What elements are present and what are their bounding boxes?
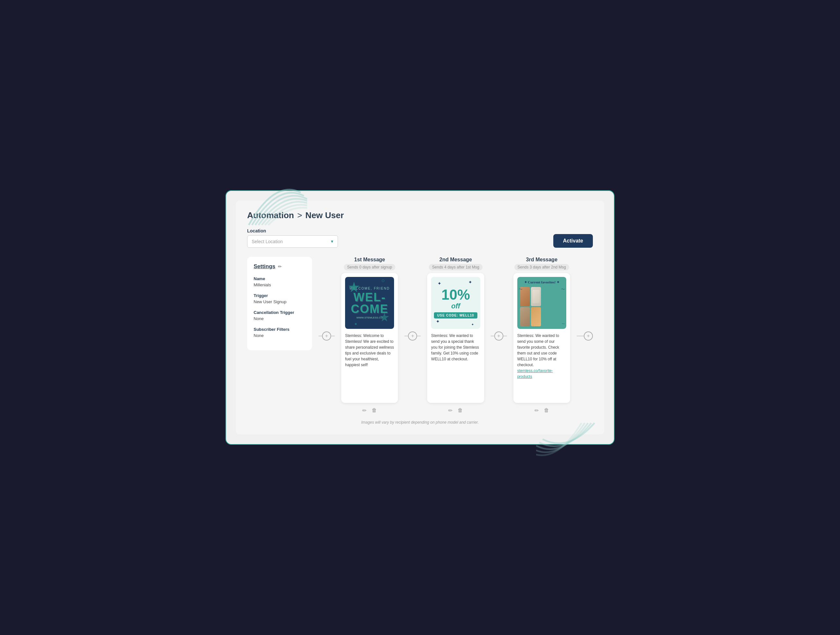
message-subtitle-3: Sends 3 days after 2nd Msg (515, 264, 569, 271)
message-actions-3: ✏ 🗑 (534, 407, 549, 413)
delete-message-1-button[interactable]: 🗑 (372, 407, 377, 413)
cancellation-trigger-label: Cancellation Trigger (254, 310, 306, 315)
squiggle-left: 〜 (519, 287, 523, 292)
msg2-to-msg3-connector: + (491, 331, 507, 340)
welcome-big-text: WEL-COME (349, 291, 390, 315)
location-select[interactable] (247, 235, 338, 248)
message-title-3: 3rd Message (515, 257, 569, 263)
msg1-to-msg2-connector: + (404, 331, 421, 340)
footer-note: Images will vary by recipient depending … (247, 420, 593, 424)
breadcrumb-automation: Automation (247, 211, 294, 220)
message-text-3: Stemless: We wanted to send you some of … (517, 333, 566, 399)
sparkle-br: ✦ (471, 323, 474, 326)
discount-number-row: 10% (441, 288, 470, 302)
browser-window: Automation > New User Location ▼ Select … (226, 190, 614, 445)
settings-header: Settings ✏ (254, 263, 306, 270)
connector-line-2l (404, 336, 408, 336)
connector-line-right (331, 336, 335, 336)
message-title-2: 2nd Message (429, 257, 482, 263)
select-wrapper: ▼ Select Location (247, 235, 338, 248)
settings-field-cancellation: Cancellation Trigger None (254, 310, 306, 321)
squiggle-br: 〜 (562, 322, 565, 326)
connector-line-2r (417, 336, 421, 336)
location-section: Location ▼ Select Location Activate (247, 228, 593, 248)
decor-dot-1 (355, 323, 357, 325)
connector-line-left (319, 336, 322, 336)
main-layout: Settings ✏ Name Millenials Trigger New U… (247, 257, 593, 413)
squiggle-right: 〜 (561, 287, 565, 292)
message-card-2: ✦ ✦ ✦ ✦ 10% off USE CODE: WELL10 Stemles… (427, 273, 484, 403)
message-header-1: 1st Message Sends 0 days after signup (344, 257, 395, 271)
settings-field-subscriber: Subscriber Filters None (254, 327, 306, 338)
settings-field-name: Name Millenials (254, 276, 306, 287)
connector-line-3l (491, 336, 494, 336)
sparkle-tr: ✦ (468, 280, 472, 285)
discount-percent: 10% (441, 288, 470, 302)
settings-panel: Settings ✏ Name Millenials Trigger New U… (247, 257, 312, 350)
location-label: Location (247, 228, 338, 233)
message-actions-1: ✏ 🗑 (362, 407, 377, 413)
edit-message-1-button[interactable]: ✏ (362, 407, 366, 413)
welcome-image: WELCOME, FRIEND WEL-COME WWW.STEMLESS.CO (345, 277, 394, 329)
page-content: Automation > New User Location ▼ Select … (236, 201, 604, 434)
favorites-title: ✦ Current favorites! ✦ (520, 280, 564, 286)
settings-field-trigger: Trigger New User Signup (254, 293, 306, 304)
fav-product-3 (520, 307, 530, 326)
trigger-label: Trigger (254, 293, 306, 298)
connector-line-3r (503, 336, 507, 336)
location-left: Location ▼ Select Location (247, 228, 338, 248)
settings-to-msg1-connector: + (319, 331, 335, 340)
fav-product-2 (531, 287, 541, 306)
add-message-button-1[interactable]: + (408, 331, 417, 340)
welcome-text-block: WELCOME, FRIEND WEL-COME WWW.STEMLESS.CO (349, 287, 390, 319)
message-image-1: WELCOME, FRIEND WEL-COME WWW.STEMLESS.CO (345, 277, 394, 329)
message-header-2: 2nd Message Sends 4 days after 1st Msg (429, 257, 482, 271)
edit-icon[interactable]: ✏ (278, 264, 282, 269)
message-actions-2: ✏ 🗑 (448, 407, 463, 413)
discount-image: ✦ ✦ ✦ ✦ 10% off USE CODE: WELL10 (431, 277, 480, 329)
sparkle-bl: ✦ (436, 319, 440, 324)
sparkle-tl: ✦ (437, 281, 441, 286)
fav-product-4 (531, 307, 541, 326)
name-label: Name (254, 276, 306, 281)
message-title-1: 1st Message (344, 257, 395, 263)
cancellation-trigger-value: None (254, 316, 306, 321)
discount-code: USE CODE: WELL10 (434, 312, 477, 318)
trigger-value: New User Signup (254, 299, 306, 304)
breadcrumb-current: New User (306, 211, 344, 220)
message-card-3: ✦ Current favorites! ✦ (513, 273, 570, 403)
delete-message-3-button[interactable]: 🗑 (544, 407, 549, 413)
message-column-2: 2nd Message Sends 4 days after 1st Msg ✦… (427, 257, 484, 413)
breadcrumb: Automation > New User (247, 211, 593, 220)
breadcrumb-separator: > (297, 211, 302, 220)
message-column-3: 3rd Message Sends 3 days after 2nd Msg ✦… (513, 257, 570, 413)
subscriber-filters-label: Subscriber Filters (254, 327, 306, 332)
message-column-1: 1st Message Sends 0 days after signup WE… (341, 257, 398, 413)
message-header-3: 3rd Message Sends 3 days after 2nd Msg (515, 257, 569, 271)
settings-title: Settings (254, 263, 275, 270)
message-card-1: WELCOME, FRIEND WEL-COME WWW.STEMLESS.CO… (341, 273, 398, 403)
message-text-2: Stemless: We wanted to send you a specia… (431, 333, 480, 399)
message-link-3[interactable]: stemless.co/favorite-products (517, 369, 553, 379)
message-image-2: ✦ ✦ ✦ ✦ 10% off USE CODE: WELL10 (431, 277, 480, 329)
edit-message-3-button[interactable]: ✏ (534, 407, 539, 413)
add-message-button-end[interactable]: + (584, 331, 593, 340)
favorites-grid (520, 287, 541, 326)
discount-off: off (451, 302, 460, 310)
delete-message-2-button[interactable]: 🗑 (458, 407, 463, 413)
add-message-button-2[interactable]: + (494, 331, 503, 340)
decor-circle-1 (382, 280, 384, 282)
activate-button[interactable]: Activate (553, 234, 593, 248)
message-image-3: ✦ Current favorites! ✦ (517, 277, 566, 329)
edit-message-2-button[interactable]: ✏ (448, 407, 452, 413)
name-value: Millenials (254, 282, 306, 287)
message-text-1: Stemless: Welcome to Stemless! We are ex… (345, 333, 394, 399)
favorites-image: ✦ Current favorites! ✦ (517, 277, 566, 329)
fav-product-2-inner (532, 290, 540, 303)
message-subtitle-2: Sends 4 days after 1st Msg (429, 264, 482, 271)
connector-line-end (577, 336, 584, 336)
subscriber-filters-value: None (254, 333, 306, 338)
trailing-connector: + (577, 331, 593, 340)
message-subtitle-1: Sends 0 days after signup (344, 264, 395, 271)
add-message-button-0[interactable]: + (322, 331, 331, 340)
